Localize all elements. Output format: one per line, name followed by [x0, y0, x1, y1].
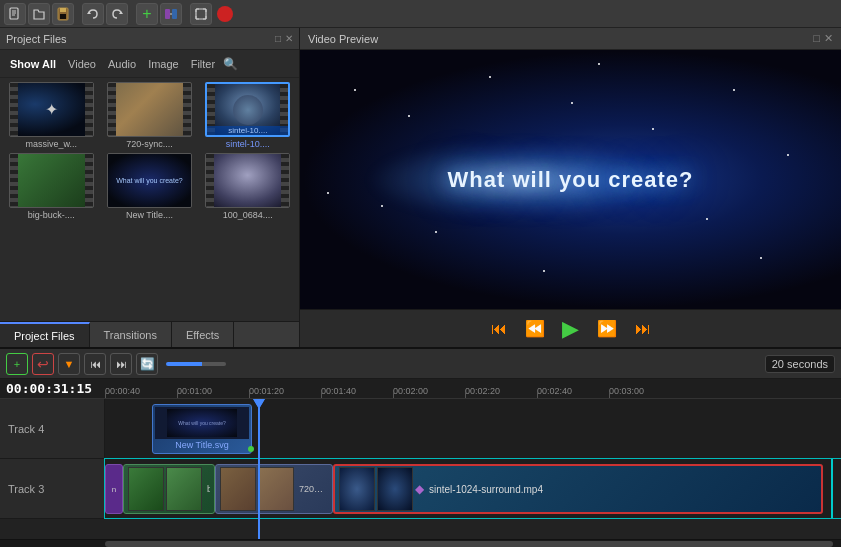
media-label-massive: massive_w... — [25, 139, 77, 149]
clip-svg-label: New Title.svg — [172, 439, 232, 451]
pf-restore-icon[interactable]: □ — [275, 33, 281, 44]
media-label-newtitle: New Title.... — [126, 210, 173, 220]
filter-video[interactable]: Video — [64, 56, 100, 72]
ruler-markers: 00:00:40 00:01:00 00:01:20 00:01:40 00:0… — [105, 379, 841, 398]
prev-frame-button[interactable]: ⏪ — [521, 315, 549, 343]
tab-project-files[interactable]: Project Files — [0, 322, 90, 347]
media-item-massive[interactable]: ✦ massive_w... — [4, 82, 98, 149]
right-panel: Video Preview □ ✕ — [300, 28, 841, 347]
720sync-label: 720sync.mp4 — [296, 484, 328, 494]
media-item-720sync[interactable]: 720-sync.... — [102, 82, 196, 149]
track-4-row: Track 4 What will you create? New Title.… — [0, 399, 841, 459]
skip-start-button[interactable]: ⏮ — [485, 315, 513, 343]
svg-point-13 — [217, 6, 233, 22]
skip-back-tl-button[interactable]: ⏮ — [84, 353, 106, 375]
timeline-toolbar: + ↩ ▼ ⏮ ⏭ 🔄 20 seconds — [0, 349, 841, 379]
sintel-label-icon: ◆ — [415, 482, 424, 496]
skip-fwd-tl-button[interactable]: ⏭ — [110, 353, 132, 375]
skip-end-button[interactable]: ⏭ — [629, 315, 657, 343]
svg-rect-10 — [172, 9, 177, 19]
fullscreen-button[interactable] — [190, 3, 212, 25]
project-files-header: Project Files □ ✕ — [0, 28, 299, 50]
undo-button[interactable] — [82, 3, 104, 25]
n-clip[interactable]: n — [105, 464, 123, 514]
project-files-title: Project Files — [6, 33, 67, 45]
media-item-100_0684[interactable]: 100_0684.... — [201, 153, 295, 220]
bottom-tabs: Project Files Transitions Effects — [0, 321, 299, 347]
vp-close-icon[interactable]: ✕ — [824, 32, 833, 45]
middle-section: Project Files □ ✕ Show All Video Audio I… — [0, 28, 841, 347]
remove-track-button[interactable]: ↩ — [32, 353, 54, 375]
media-label-sintel10: sintel-10.... — [226, 139, 270, 149]
track-3-label: Track 3 — [0, 459, 105, 518]
new-button[interactable] — [4, 3, 26, 25]
add-track-button[interactable]: + — [6, 353, 28, 375]
right-edge-marker — [831, 459, 833, 518]
sintel-thumb-1 — [339, 467, 375, 511]
buck-thumb-2 — [166, 467, 202, 511]
svg-rect-6 — [60, 14, 66, 19]
timeline-scrollbar-thumb[interactable] — [105, 541, 833, 547]
add-button[interactable]: + — [136, 3, 158, 25]
filter-audio[interactable]: Audio — [104, 56, 140, 72]
media-thumb-bigbuck[interactable] — [9, 153, 94, 208]
filter-search-icon: 🔍 — [223, 57, 238, 71]
open-button[interactable] — [28, 3, 50, 25]
track-4-content[interactable]: What will you create? New Title.svg — [105, 399, 841, 458]
sintel-clip[interactable]: ◆ sintel-1024-surround.mp4 — [333, 464, 823, 514]
video-preview: What will you create? — [300, 50, 841, 309]
record-button[interactable] — [214, 3, 236, 25]
play-button[interactable]: ▶ — [557, 315, 585, 343]
track-3-row: Track 3 n big-buc — [0, 459, 841, 519]
media-thumb-newtitle[interactable]: What will you create? — [107, 153, 192, 208]
track-3-content[interactable]: n big-buck- — [105, 459, 841, 518]
playhead — [258, 399, 260, 539]
current-time: 00:00:31:15 — [6, 381, 92, 396]
media-thumb-massive[interactable]: ✦ — [9, 82, 94, 137]
media-item-bigbuck[interactable]: big-buck-.... — [4, 153, 98, 220]
timeline-scrollbar[interactable] — [0, 539, 841, 547]
track-4-label: Track 4 — [0, 399, 105, 458]
time-ruler: 00:00:31:15 00:00:40 00:01:00 00:01:20 0… — [0, 379, 841, 399]
video-preview-header: Video Preview □ ✕ — [300, 28, 841, 50]
media-label-720sync: 720-sync.... — [126, 139, 173, 149]
tab-transitions[interactable]: Transitions — [90, 322, 172, 347]
filter-bar: Show All Video Audio Image Filter 🔍 — [0, 50, 299, 78]
app: + — [0, 0, 841, 547]
media-item-sintel10[interactable]: sintel-10.... sintel-10.... — [201, 82, 295, 149]
vp-restore-icon[interactable]: □ — [813, 32, 820, 45]
duration-display: 20 seconds — [765, 355, 835, 373]
save-button[interactable] — [52, 3, 74, 25]
sintel-thumb-2 — [377, 467, 413, 511]
preview-text: What will you create? — [448, 167, 694, 193]
playback-controls: ⏮ ⏪ ▶ ⏩ ⏭ — [300, 309, 841, 347]
bigbuck-clip[interactable]: big-buck- — [123, 464, 215, 514]
timeline-section: + ↩ ▼ ⏮ ⏭ 🔄 20 seconds 00:00:31:15 00:00… — [0, 347, 841, 547]
loop-button[interactable]: 🔄 — [136, 353, 158, 375]
media-thumb-100_0684[interactable] — [205, 153, 290, 208]
pf-header-icons: □ ✕ — [275, 33, 293, 44]
transitions-button[interactable] — [160, 3, 182, 25]
filter-show-all[interactable]: Show All — [6, 56, 60, 72]
green-marker — [248, 446, 254, 452]
media-thumb-720sync[interactable] — [107, 82, 192, 137]
tracks: Track 4 What will you create? New Title.… — [0, 399, 841, 539]
720-thumb-1 — [220, 467, 256, 511]
zoom-slider[interactable] — [166, 362, 226, 366]
filter-track-button[interactable]: ▼ — [58, 353, 80, 375]
pf-close-icon[interactable]: ✕ — [285, 33, 293, 44]
next-frame-button[interactable]: ⏩ — [593, 315, 621, 343]
media-label-100_0684: 100_0684.... — [223, 210, 273, 220]
redo-button[interactable] — [106, 3, 128, 25]
svg-rect-5 — [60, 8, 66, 12]
media-item-newtitle[interactable]: What will you create? New Title.... — [102, 153, 196, 220]
720sync-clip[interactable]: 720sync.mp4 — [215, 464, 333, 514]
newtitle-svg-clip[interactable]: What will you create? New Title.svg — [152, 404, 252, 454]
sintel-label: sintel-1024-surround.mp4 — [426, 484, 546, 495]
media-thumb-sintel10[interactable]: sintel-10.... — [205, 82, 290, 137]
tab-effects[interactable]: Effects — [172, 322, 234, 347]
filter-image[interactable]: Image — [144, 56, 183, 72]
filter-filter[interactable]: Filter — [187, 56, 219, 72]
toolbar: + — [0, 0, 841, 28]
left-panel: Project Files □ ✕ Show All Video Audio I… — [0, 28, 300, 347]
